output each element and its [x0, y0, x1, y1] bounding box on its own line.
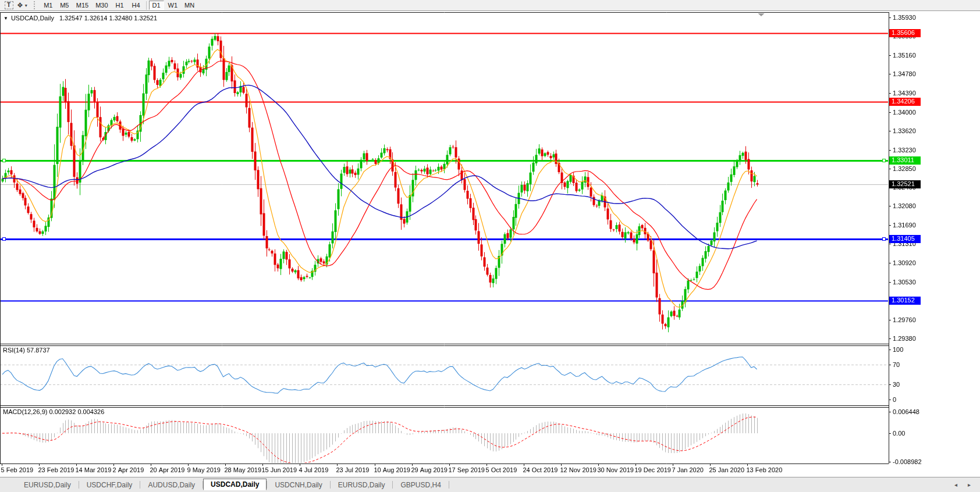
chart-canvas[interactable]: [0, 12, 980, 477]
chart-window: ▼ USDCAD,Daily 1.32547 1.32614 1.32480 1…: [0, 12, 980, 477]
macd-indicator-label: MACD(12,26,9) 0.002932 0.004326: [3, 408, 104, 415]
top-toolbar: T ❖ ▾ M1M5M15M30H1H4D1W1MN: [0, 0, 980, 11]
shapes-tool-button[interactable]: ❖ ▾: [15, 1, 29, 10]
chevron-down-icon: ▾: [25, 3, 27, 8]
chart-tab-bar: EURUSD,DailyUSDCHF,DailyAUDUSD,DailyUSDC…: [0, 477, 980, 492]
timeframe-group: M1M5M15M30H1H4D1W1MN: [40, 1, 198, 10]
tab-separator: [449, 481, 449, 489]
tab-scroll-arrows: ◂▸: [952, 482, 973, 488]
chart-title: ▼ USDCAD,Daily 1.32547 1.32614 1.32480 1…: [3, 15, 157, 22]
chart-tab-eurusd-daily[interactable]: EURUSD,Daily: [16, 479, 79, 491]
timeframe-button-h1[interactable]: H1: [112, 1, 127, 10]
timeframe-button-m30[interactable]: M30: [93, 1, 111, 10]
tab-scroll-right-icon[interactable]: ▸: [965, 482, 973, 488]
timeframe-button-m15[interactable]: M15: [73, 1, 91, 10]
chart-tab-usdcad-daily[interactable]: USDCAD,Daily: [203, 479, 267, 490]
toolbar-grip: [34, 1, 37, 9]
timeframe-button-d1[interactable]: D1: [149, 1, 164, 10]
chart-ohlc-values: 1.32547 1.32614 1.32480 1.32521: [59, 15, 157, 22]
timeframe-button-mn[interactable]: MN: [182, 1, 197, 10]
text-tool-icon: T: [5, 1, 13, 9]
shapes-icon: ❖: [17, 2, 23, 9]
chart-tab-usdcnh-daily[interactable]: USDCNH,Daily: [267, 479, 329, 491]
timeframe-button-m1[interactable]: M1: [41, 1, 56, 10]
toolbar-separator: [146, 1, 147, 10]
chart-tab-audusd-daily[interactable]: AUDUSD,Daily: [140, 479, 203, 491]
chart-tab-usdchf-daily[interactable]: USDCHF,Daily: [79, 479, 140, 491]
timeframe-button-m5[interactable]: M5: [57, 1, 72, 10]
text-tool-button[interactable]: T: [2, 1, 15, 10]
chart-symbol-label: USDCAD,Daily: [11, 15, 54, 22]
tab-scroll-left-icon[interactable]: ◂: [952, 482, 960, 488]
timeframe-button-h4[interactable]: H4: [129, 1, 144, 10]
mt4-app: T ❖ ▾ M1M5M15M30H1H4D1W1MN ▼ USDCAD,Dail…: [0, 0, 980, 492]
rsi-indicator-label: RSI(14) 57.8737: [3, 347, 50, 354]
chart-tab-eurusd-daily[interactable]: EURUSD,Daily: [331, 479, 393, 491]
collapse-icon[interactable]: ▼: [3, 16, 8, 21]
chart-tab-gbpusd-h4[interactable]: GBPUSD,H4: [393, 479, 448, 491]
timeframe-button-w1[interactable]: W1: [165, 1, 181, 10]
